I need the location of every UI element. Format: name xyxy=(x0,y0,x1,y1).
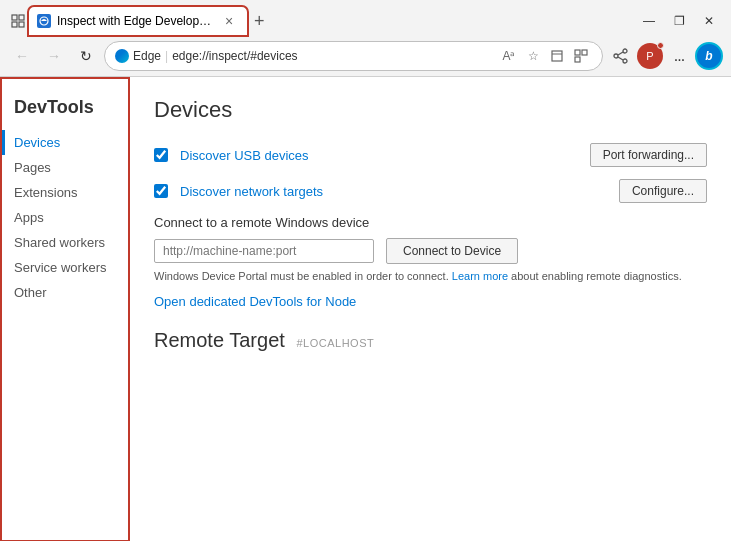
sidebar-item-apps[interactable]: Apps xyxy=(2,205,128,230)
sidebar-item-shared-workers[interactable]: Shared workers xyxy=(2,230,128,255)
tab-strip-icon[interactable] xyxy=(8,6,28,36)
devtools-title: DevTools xyxy=(2,89,128,130)
ellipsis-icon[interactable]: ... xyxy=(665,42,693,70)
minimize-button[interactable]: — xyxy=(635,9,663,33)
address-bar[interactable]: Edge | Aᵃ ☆ xyxy=(104,41,603,71)
svg-rect-8 xyxy=(582,50,587,55)
refresh-button[interactable]: ↻ xyxy=(72,42,100,70)
bing-icon[interactable]: b xyxy=(695,42,723,70)
svg-point-10 xyxy=(623,49,627,53)
discover-network-row: Discover network targets Configure... xyxy=(154,179,707,203)
warning-prefix: Windows Device Portal must be enabled in… xyxy=(154,270,449,282)
back-button[interactable]: ← xyxy=(8,42,36,70)
discover-usb-checkbox[interactable] xyxy=(154,148,168,162)
bing-label: b xyxy=(705,49,712,63)
sidebar-item-other[interactable]: Other xyxy=(2,280,128,305)
svg-line-13 xyxy=(618,52,623,55)
address-separator: | xyxy=(165,49,168,63)
tab-search-icon[interactable] xyxy=(570,45,592,67)
discover-usb-label[interactable]: Discover USB devices xyxy=(180,148,309,163)
remote-host-input[interactable] xyxy=(154,239,374,263)
remote-section: Connect to a remote Windows device Conne… xyxy=(154,215,707,282)
remote-target-section: Remote Target #LOCALHOST xyxy=(154,329,707,352)
port-forwarding-button[interactable]: Port forwarding... xyxy=(590,143,707,167)
sidebar-item-devices[interactable]: Devices xyxy=(2,130,128,155)
remote-target-sub: #LOCALHOST xyxy=(296,337,374,349)
forward-icon: → xyxy=(47,48,61,64)
discover-network-label[interactable]: Discover network targets xyxy=(180,184,323,199)
svg-rect-2 xyxy=(12,22,17,27)
forward-button[interactable]: → xyxy=(40,42,68,70)
svg-point-12 xyxy=(623,59,627,63)
right-icons: P ... b xyxy=(607,42,723,70)
browser-chrome: Inspect with Edge Developer To × + — ❐ ✕… xyxy=(0,0,731,77)
address-icons: Aᵃ ☆ xyxy=(498,45,592,67)
svg-rect-3 xyxy=(19,22,24,27)
sidebar-item-extensions[interactable]: Extensions xyxy=(2,180,128,205)
connect-to-device-button[interactable]: Connect to Device xyxy=(386,238,518,264)
remote-input-row: Connect to Device xyxy=(154,238,707,264)
address-input[interactable] xyxy=(172,49,494,63)
learn-more-link[interactable]: Learn more xyxy=(452,270,508,282)
configure-button[interactable]: Configure... xyxy=(619,179,707,203)
profile-icon[interactable]: P xyxy=(637,43,663,69)
svg-rect-9 xyxy=(575,57,580,62)
svg-rect-1 xyxy=(19,15,24,20)
warning-suffix: about enabling remote diagnostics. xyxy=(511,270,682,282)
profile-notification-dot xyxy=(657,42,664,49)
favorites-icon[interactable]: ☆ xyxy=(522,45,544,67)
profile-letter: P xyxy=(646,50,653,62)
active-tab[interactable]: Inspect with Edge Developer To × xyxy=(28,6,248,36)
svg-line-14 xyxy=(618,57,623,60)
discover-usb-row: Discover USB devices Port forwarding... xyxy=(154,143,707,167)
new-tab-button[interactable]: + xyxy=(248,6,271,36)
main-area: DevTools Devices Pages Extensions Apps S… xyxy=(0,77,731,541)
svg-rect-0 xyxy=(12,15,17,20)
nav-bar: ← → ↻ Edge | Aᵃ ☆ xyxy=(0,36,731,76)
edge-logo-icon xyxy=(115,49,129,63)
sidebar-item-service-workers[interactable]: Service workers xyxy=(2,255,128,280)
svg-rect-5 xyxy=(552,51,562,61)
title-bar: Inspect with Edge Developer To × + — ❐ ✕ xyxy=(0,0,731,36)
content-area: Devices Discover USB devices Port forwar… xyxy=(130,77,731,541)
read-aloud-icon[interactable]: Aᵃ xyxy=(498,45,520,67)
collections-icon[interactable] xyxy=(546,45,568,67)
share-icon[interactable] xyxy=(607,42,635,70)
open-devtools-for-node-link[interactable]: Open dedicated DevTools for Node xyxy=(154,294,356,309)
tab-title: Inspect with Edge Developer To xyxy=(57,14,215,28)
tab-favicon xyxy=(37,14,51,28)
warning-text: Windows Device Portal must be enabled in… xyxy=(154,270,707,282)
sidebar-item-pages[interactable]: Pages xyxy=(2,155,128,180)
discover-network-checkbox[interactable] xyxy=(154,184,168,198)
remote-windows-title: Connect to a remote Windows device xyxy=(154,215,707,230)
remote-target-title: Remote Target xyxy=(154,329,285,351)
page-title: Devices xyxy=(154,97,707,123)
refresh-icon: ↻ xyxy=(80,48,92,64)
svg-point-11 xyxy=(614,54,618,58)
svg-rect-7 xyxy=(575,50,580,55)
window-controls: — ❐ ✕ xyxy=(635,9,723,33)
tab-close-button[interactable]: × xyxy=(221,13,237,29)
close-button[interactable]: ✕ xyxy=(695,9,723,33)
tab-area: Inspect with Edge Developer To × + xyxy=(8,6,271,36)
back-icon: ← xyxy=(15,48,29,64)
sidebar: DevTools Devices Pages Extensions Apps S… xyxy=(0,77,130,541)
address-edge-label: Edge xyxy=(133,49,161,63)
maximize-button[interactable]: ❐ xyxy=(665,9,693,33)
